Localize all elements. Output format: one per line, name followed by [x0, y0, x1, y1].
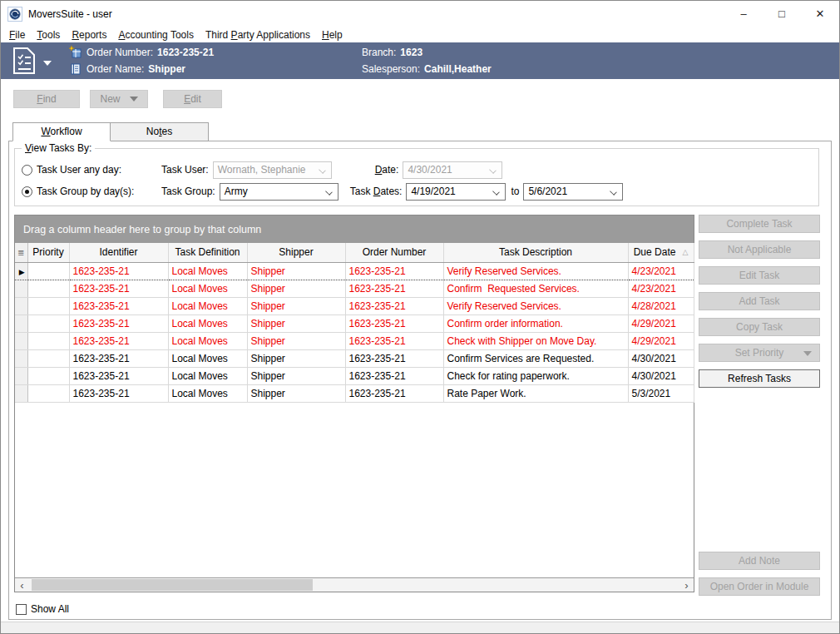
task-user-filter-row: Task User any day: Task User: Wornath, S… [22, 159, 818, 181]
task-dates-label: Task Dates: [350, 186, 403, 197]
salesperson-value: Cahill,Heather [424, 63, 492, 75]
branch-label: Branch: [362, 47, 396, 58]
priority-cell [27, 297, 69, 315]
column-header-identifier[interactable]: Identifier [69, 243, 168, 262]
task-description-cell: Rate Paper Work. [443, 384, 628, 402]
due-date-cell: 4/29/2021 [628, 315, 694, 332]
task-user-label: Task User: [161, 164, 209, 176]
button-panel-spacer [699, 395, 820, 552]
task-dates-to-value: 5/6/2021 [528, 186, 567, 197]
task-description-cell: Check for rating paperwork. [443, 367, 628, 384]
group-by-drop-zone[interactable]: Drag a column header here to group by th… [15, 215, 694, 243]
task-dates-to-select[interactable]: 5/6/2021 [523, 183, 623, 201]
close-button[interactable]: ✕ [801, 1, 839, 27]
task-group-select[interactable]: Army [220, 183, 338, 201]
identifier-cell: 1623-235-21 [69, 262, 168, 280]
task-user-radio[interactable] [22, 165, 32, 176]
find-button[interactable]: Find [13, 90, 80, 108]
task-row[interactable]: ▶ 1623-235-21 Local Moves Shipper 1623-2… [15, 262, 694, 280]
identifier-cell: 1623-235-21 [69, 384, 168, 402]
task-row[interactable]: ▶ 1623-235-21 Local Moves Shipper 1623-2… [15, 367, 694, 384]
task-definition-cell: Local Moves [168, 297, 247, 315]
due-date-cell: 4/28/2021 [628, 297, 694, 315]
minimize-button[interactable]: – [724, 1, 763, 27]
order-number-cell: 1623-235-21 [345, 367, 443, 384]
module-selector[interactable] [12, 47, 69, 75]
task-description-cell: Verify Reserved Services. [443, 262, 628, 280]
set-priority-button[interactable]: Set Priority [699, 344, 820, 362]
shipper-cell: Shipper [247, 297, 345, 315]
task-table: ≣ Priority Identifier Task Definition Sh… [15, 243, 694, 403]
column-header-priority[interactable]: Priority [27, 243, 69, 262]
horizontal-scrollbar[interactable]: ‹ › [15, 577, 694, 592]
shipper-cell: Shipper [247, 262, 345, 280]
task-description-cell: Check with Shipper on Move Day. [443, 332, 628, 349]
task-definition-cell: Local Moves [168, 384, 247, 402]
task-group-radio[interactable] [22, 186, 32, 197]
tab-workflow[interactable]: Workflow [12, 122, 111, 141]
complete-task-button[interactable]: Complete Task [699, 215, 820, 233]
add-task-button[interactable]: Add Task [699, 292, 820, 310]
workflow-main: Drag a column header here to group by th… [14, 215, 831, 596]
menu-accounting-tools[interactable]: Accounting Tools [112, 29, 200, 41]
menu-help[interactable]: Help [316, 29, 348, 41]
priority-cell [27, 262, 69, 280]
column-header-task-description[interactable]: Task Description [443, 243, 628, 262]
order-header: Order Number: 1623-235-21 Order Name: Sh… [1, 42, 839, 79]
new-button[interactable]: New [90, 90, 148, 108]
view-tasks-by-label: View Tasks By: [22, 142, 95, 154]
new-dropdown-icon[interactable] [130, 97, 138, 102]
copy-task-button[interactable]: Copy Task [699, 318, 820, 336]
menu-reports[interactable]: Reports [66, 29, 112, 41]
menu-tools[interactable]: Tools [31, 29, 66, 41]
add-note-button[interactable]: Add Note [699, 552, 820, 570]
date-value: 4/30/2021 [408, 164, 452, 176]
scrollbar-thumb[interactable] [32, 579, 313, 591]
menu-third-party-applications[interactable]: Third Party Applications [200, 29, 316, 41]
due-date-cell: 4/30/2021 [628, 349, 694, 367]
menu-bar: File Tools Reports Accounting Tools Thir… [1, 27, 839, 42]
scrollbar-track[interactable] [29, 578, 679, 592]
branch-info: Branch: 1623 Salesperson: Cahill,Heather [362, 45, 839, 77]
task-row[interactable]: ▶ 1623-235-21 Local Moves Shipper 1623-2… [15, 315, 694, 332]
task-row[interactable]: ▶ 1623-235-21 Local Moves Shipper 1623-2… [15, 349, 694, 367]
set-priority-dropdown-icon[interactable] [803, 351, 812, 356]
task-group-filter-row: Task Group by day(s): Task Group: Army T… [22, 181, 818, 202]
show-all-row: Show All [16, 603, 831, 615]
task-row[interactable]: ▶ 1623-235-21 Local Moves Shipper 1623-2… [15, 332, 694, 349]
edit-task-button[interactable]: Edit Task [699, 266, 820, 285]
column-header-task-definition[interactable]: Task Definition [168, 243, 247, 262]
menu-file[interactable]: File [3, 29, 31, 41]
sort-ascending-icon: △ [682, 248, 688, 256]
task-row[interactable]: ▶ 1623-235-21 Local Moves Shipper 1623-2… [15, 384, 694, 402]
refresh-tasks-button[interactable]: Refresh Tasks [699, 369, 820, 388]
column-header-shipper[interactable]: Shipper [247, 243, 345, 262]
date-select[interactable]: 4/30/2021 [403, 161, 502, 179]
due-date-cell: 4/30/2021 [628, 367, 694, 384]
order-number-value: 1623-235-21 [157, 47, 214, 58]
due-date-cell: 5/3/2021 [628, 384, 694, 402]
edit-button[interactable]: Edit [163, 90, 222, 108]
column-header-due-date[interactable]: Due Date △ [628, 243, 694, 262]
task-user-select[interactable]: Wornath, Stephanie [213, 161, 332, 179]
identifier-cell: 1623-235-21 [69, 315, 168, 332]
task-definition-cell: Local Moves [168, 280, 247, 297]
scroll-left-icon[interactable]: ‹ [15, 578, 29, 592]
task-dates-from-value: 4/19/2021 [411, 186, 455, 197]
open-order-in-module-button[interactable]: Open Order in Module [699, 577, 820, 596]
not-applicable-button[interactable]: Not Applicable [699, 240, 820, 259]
scroll-right-icon[interactable]: › [679, 578, 694, 592]
show-all-checkbox[interactable] [16, 604, 27, 615]
task-dates-from-select[interactable]: 4/19/2021 [406, 183, 506, 201]
module-dropdown-icon[interactable] [43, 61, 52, 66]
maximize-button[interactable]: □ [763, 1, 801, 27]
due-date-cell: 4/23/2021 [628, 280, 694, 297]
task-row[interactable]: ▶ 1623-235-21 Local Moves Shipper 1623-2… [15, 280, 694, 297]
column-header-order-number[interactable]: Order Number [345, 243, 443, 262]
order-number-cell: 1623-235-21 [345, 297, 443, 315]
task-definition-cell: Local Moves [168, 349, 247, 367]
task-row[interactable]: ▶ 1623-235-21 Local Moves Shipper 1623-2… [15, 297, 694, 315]
order-number-label: Order Number: [86, 47, 153, 58]
tab-notes[interactable]: Notes [111, 122, 209, 141]
order-name-icon [69, 62, 82, 76]
